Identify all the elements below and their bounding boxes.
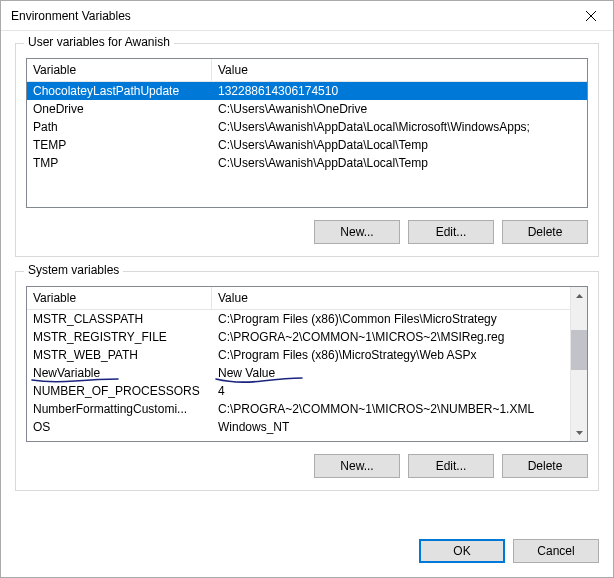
system-variables-group: System variables Variable Value MSTR_CLA… bbox=[15, 271, 599, 491]
table-row[interactable]: ChocolateyLastPathUpdate1322886143061745… bbox=[27, 82, 587, 100]
dialog-content: User variables for Awanish Variable Valu… bbox=[1, 31, 613, 539]
cell-value: C:\PROGRA~2\COMMON~1\MICROS~2\NUMBER~1.X… bbox=[212, 400, 570, 418]
user-new-button[interactable]: New... bbox=[314, 220, 400, 244]
cell-value: 132288614306174510 bbox=[212, 82, 587, 100]
user-variables-legend: User variables for Awanish bbox=[24, 35, 174, 49]
cell-value: Windows_NT bbox=[212, 418, 570, 436]
system-edit-button[interactable]: Edit... bbox=[408, 454, 494, 478]
cell-variable: Path bbox=[27, 118, 212, 136]
cell-value: C:\Program Files (x86)\MicroStrategy\Web… bbox=[212, 346, 570, 364]
chevron-up-icon bbox=[576, 294, 583, 298]
table-row[interactable]: MSTR_REGISTRY_FILEC:\PROGRA~2\COMMON~1\M… bbox=[27, 328, 570, 346]
user-list-body: ChocolateyLastPathUpdate1322886143061745… bbox=[27, 82, 587, 206]
system-col-variable[interactable]: Variable bbox=[27, 287, 212, 309]
user-col-value[interactable]: Value bbox=[212, 59, 587, 81]
system-new-button[interactable]: New... bbox=[314, 454, 400, 478]
ok-button[interactable]: OK bbox=[419, 539, 505, 563]
table-row[interactable]: OneDriveC:\Users\Awanish\OneDrive bbox=[27, 100, 587, 118]
cell-value: C:\Users\Awanish\AppData\Local\Temp bbox=[212, 154, 587, 172]
table-row[interactable]: NewVariableNew Value bbox=[27, 364, 570, 382]
cell-variable: NumberFormattingCustomi... bbox=[27, 400, 212, 418]
cell-variable: TMP bbox=[27, 154, 212, 172]
table-row[interactable]: OSWindows_NT bbox=[27, 418, 570, 436]
cell-variable: NUMBER_OF_PROCESSORS bbox=[27, 382, 212, 400]
titlebar: Environment Variables bbox=[1, 1, 613, 31]
table-row[interactable]: NumberFormattingCustomi...C:\PROGRA~2\CO… bbox=[27, 400, 570, 418]
system-col-value[interactable]: Value bbox=[212, 287, 587, 309]
cell-value: C:\Users\Awanish\OneDrive bbox=[212, 100, 587, 118]
cell-variable: OneDrive bbox=[27, 100, 212, 118]
cell-value: New Value bbox=[212, 364, 570, 382]
cell-variable: MSTR_WEB_PATH bbox=[27, 346, 212, 364]
dialog-footer: OK Cancel bbox=[1, 539, 613, 577]
cell-value: C:\Program Files (x86)\Common Files\Micr… bbox=[212, 310, 570, 328]
user-edit-button[interactable]: Edit... bbox=[408, 220, 494, 244]
scroll-up-button[interactable] bbox=[571, 287, 587, 304]
cell-value: C:\Users\Awanish\AppData\Local\Temp bbox=[212, 136, 587, 154]
system-list-body: MSTR_CLASSPATHC:\Program Files (x86)\Com… bbox=[27, 310, 587, 440]
system-variables-list[interactable]: Variable Value MSTR_CLASSPATHC:\Program … bbox=[26, 286, 588, 442]
scroll-thumb[interactable] bbox=[571, 330, 587, 370]
cell-variable: MSTR_CLASSPATH bbox=[27, 310, 212, 328]
cancel-button[interactable]: Cancel bbox=[513, 539, 599, 563]
cell-value: C:\PROGRA~2\COMMON~1\MICROS~2\MSIReg.reg bbox=[212, 328, 570, 346]
table-row[interactable]: NUMBER_OF_PROCESSORS4 bbox=[27, 382, 570, 400]
cell-variable: MSTR_REGISTRY_FILE bbox=[27, 328, 212, 346]
cell-value: C:\Users\Awanish\AppData\Local\Microsoft… bbox=[212, 118, 587, 136]
scroll-down-button[interactable] bbox=[571, 424, 587, 441]
window-title: Environment Variables bbox=[11, 9, 568, 23]
user-button-row: New... Edit... Delete bbox=[26, 220, 588, 244]
cell-variable: ChocolateyLastPathUpdate bbox=[27, 82, 212, 100]
table-row[interactable]: PathC:\Users\Awanish\AppData\Local\Micro… bbox=[27, 118, 587, 136]
chevron-down-icon bbox=[576, 431, 583, 435]
table-row[interactable]: TEMPC:\Users\Awanish\AppData\Local\Temp bbox=[27, 136, 587, 154]
system-button-row: New... Edit... Delete bbox=[26, 454, 588, 478]
user-variables-list[interactable]: Variable Value ChocolateyLastPathUpdate1… bbox=[26, 58, 588, 208]
user-variables-group: User variables for Awanish Variable Valu… bbox=[15, 43, 599, 257]
cell-value: 4 bbox=[212, 382, 570, 400]
cell-variable: OS bbox=[27, 418, 212, 436]
user-list-header: Variable Value bbox=[27, 59, 587, 82]
table-row[interactable]: MSTR_CLASSPATHC:\Program Files (x86)\Com… bbox=[27, 310, 570, 328]
table-row[interactable]: MSTR_WEB_PATHC:\Program Files (x86)\Micr… bbox=[27, 346, 570, 364]
system-variables-legend: System variables bbox=[24, 263, 123, 277]
svg-marker-3 bbox=[576, 431, 583, 435]
table-row[interactable]: TMPC:\Users\Awanish\AppData\Local\Temp bbox=[27, 154, 587, 172]
close-icon bbox=[586, 11, 596, 21]
system-scrollbar[interactable] bbox=[570, 287, 587, 441]
close-button[interactable] bbox=[568, 1, 613, 31]
environment-variables-dialog: Environment Variables User variables for… bbox=[0, 0, 614, 578]
cell-variable: TEMP bbox=[27, 136, 212, 154]
user-delete-button[interactable]: Delete bbox=[502, 220, 588, 244]
system-delete-button[interactable]: Delete bbox=[502, 454, 588, 478]
user-col-variable[interactable]: Variable bbox=[27, 59, 212, 81]
system-list-header: Variable Value bbox=[27, 287, 587, 310]
cell-variable: NewVariable bbox=[27, 364, 212, 382]
svg-marker-2 bbox=[576, 294, 583, 298]
